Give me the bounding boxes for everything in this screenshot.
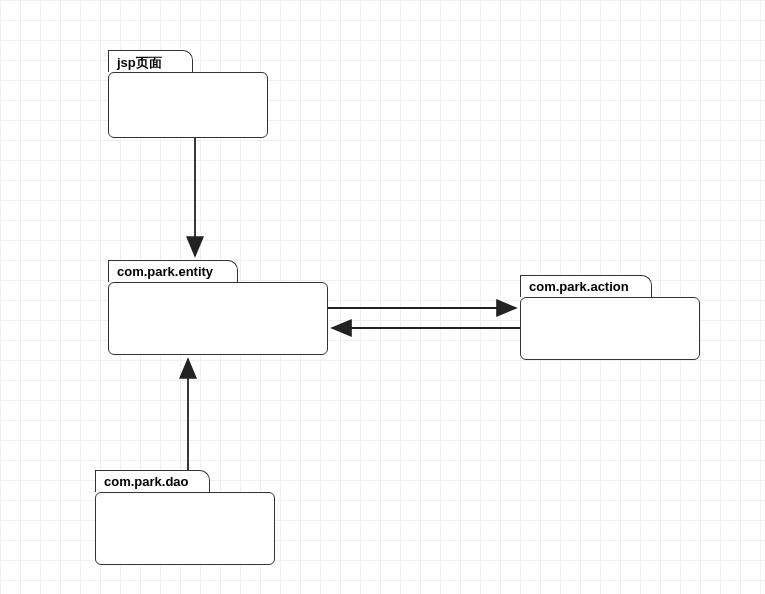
package-dao-body [95,492,275,565]
package-action-tab: com.park.action [520,275,652,297]
package-jsp-body [108,72,268,138]
package-action[interactable]: com.park.action [520,275,700,360]
package-entity-tab: com.park.entity [108,260,238,282]
package-entity[interactable]: com.park.entity [108,260,328,355]
package-dao-tab: com.park.dao [95,470,210,492]
package-jsp[interactable]: jsp页面 [108,50,268,138]
package-jsp-label: jsp页面 [117,55,162,70]
package-action-body [520,297,700,360]
package-dao[interactable]: com.park.dao [95,470,275,565]
package-jsp-tab: jsp页面 [108,50,193,72]
package-action-label: com.park.action [529,279,629,294]
diagram-canvas: jsp页面 com.park.entity com.park.action co… [0,0,765,594]
package-entity-body [108,282,328,355]
package-dao-label: com.park.dao [104,474,189,489]
package-entity-label: com.park.entity [117,264,213,279]
